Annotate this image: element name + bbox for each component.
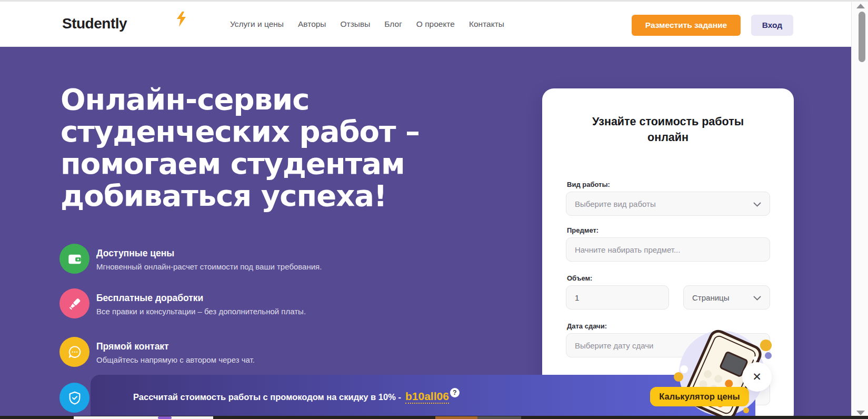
- bottom-window-edge: [0, 416, 868, 419]
- wallet-icon: [59, 244, 89, 274]
- volume-unit-value: Страницы: [692, 293, 729, 302]
- lightning-bolt-icon: [175, 12, 188, 31]
- page: Studently Услуги и цены Авторы Отзывы Бл…: [0, 0, 868, 419]
- chevron-down-icon: [753, 199, 761, 208]
- nav-item-about[interactable]: О проекте: [416, 19, 455, 29]
- promo-text: Рассчитай стоимость работы с промокодом …: [133, 392, 401, 402]
- site-header: Studently Услуги и цены Авторы Отзывы Бл…: [0, 2, 851, 47]
- bottom-edge-segment: [435, 416, 477, 419]
- feature-description: Общайтесь напрямую с автором через чат.: [96, 355, 255, 364]
- logo-text: Studently: [62, 15, 127, 32]
- decor-dot-yellow: [760, 340, 772, 351]
- subject-group: Предмет:: [566, 226, 770, 262]
- shield-check-icon: [59, 383, 89, 413]
- volume-input[interactable]: [566, 285, 669, 310]
- volume-label: Объем:: [567, 274, 770, 282]
- due-date-label: Дата сдачи:: [567, 322, 770, 330]
- hero-heading: Онлайн-сервис студенческих работ – помог…: [61, 83, 482, 212]
- work-type-selected-value: Выберите вид работы: [575, 199, 656, 208]
- close-promo-button[interactable]: ✕: [742, 362, 772, 392]
- bottom-edge-segment: [158, 416, 172, 419]
- feature-title: Доступные цены: [96, 248, 174, 259]
- nav-item-blog[interactable]: Блог: [384, 19, 402, 29]
- feature-description: Мгновенный онлайн-расчет стоимости под в…: [96, 262, 322, 271]
- decor-dot-white: [680, 365, 688, 373]
- chevron-down-icon: [753, 293, 761, 302]
- bottom-edge-segment: [477, 416, 521, 419]
- main-nav: Услуги и цены Авторы Отзывы Блог О проек…: [230, 2, 504, 46]
- decor-dot-purple: [765, 352, 772, 359]
- calculator-form-title: Узнайте стоимость работы онлайн: [573, 114, 763, 145]
- chat-icon: [59, 337, 89, 367]
- nav-item-services[interactable]: Услуги и цены: [230, 19, 284, 29]
- volume-group: Объем: Страницы: [566, 274, 770, 310]
- scrollbar-track[interactable]: [851, 0, 868, 419]
- login-button[interactable]: Вход: [751, 15, 793, 36]
- feature-title: Прямой контакт: [96, 341, 169, 352]
- feature-description: Все правки и консультации – без дополнит…: [96, 307, 306, 316]
- decor-dot-white: [753, 356, 757, 361]
- work-type-select[interactable]: Выберите вид работы: [566, 192, 770, 216]
- decor-dot-yellow: [743, 407, 749, 413]
- work-type-label: Вид работы:: [567, 181, 770, 188]
- subject-input[interactable]: [566, 237, 770, 262]
- help-icon[interactable]: ?: [450, 388, 460, 397]
- close-icon: ✕: [752, 371, 762, 383]
- bottom-edge-segment: [74, 416, 213, 419]
- volume-unit-select[interactable]: Страницы: [683, 285, 770, 310]
- work-type-group: Вид работы: Выберите вид работы: [566, 181, 770, 216]
- nav-item-authors[interactable]: Авторы: [298, 19, 326, 29]
- scrollbar-thumb[interactable]: [859, 12, 865, 62]
- nav-item-contacts[interactable]: Контакты: [469, 19, 504, 29]
- scrollbar-up-arrow[interactable]: [856, 4, 865, 8]
- decor-dot-yellow: [674, 372, 683, 382]
- scrollbar-down-arrow[interactable]: [856, 411, 865, 415]
- post-task-button[interactable]: Разместить задание: [632, 15, 741, 36]
- logo[interactable]: Studently: [62, 15, 127, 32]
- nav-item-reviews[interactable]: Отзывы: [341, 19, 371, 29]
- pencil-icon: [59, 288, 89, 318]
- price-calculator-button[interactable]: Калькулятор цены: [650, 387, 749, 406]
- subject-label: Предмет:: [567, 226, 770, 234]
- window-top-edge: [0, 0, 868, 2]
- feature-title: Бесплатные доработки: [96, 293, 203, 304]
- promo-code[interactable]: b10all06: [405, 390, 449, 404]
